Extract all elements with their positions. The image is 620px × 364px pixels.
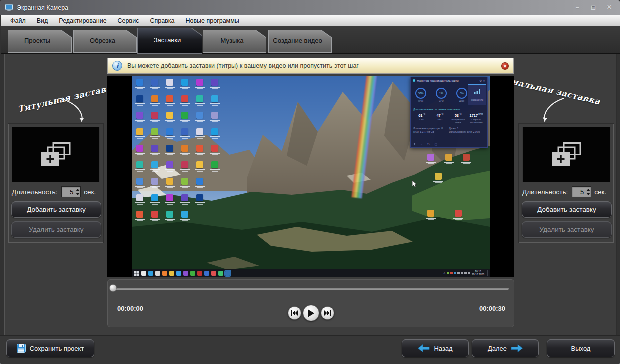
desktop-shortcut-icon[interactable] [208, 128, 221, 139]
intro-duration-spinner[interactable]: 5 [61, 186, 81, 197]
outro-splash-thumbnail[interactable] [522, 127, 610, 182]
menu-item-6[interactable]: Новые программы [180, 15, 244, 26]
taskbar-app-icon[interactable] [211, 271, 216, 276]
spinner-up-icon[interactable] [586, 189, 590, 191]
desktop-shortcut-icon[interactable] [133, 145, 146, 155]
menu-item-1[interactable]: Файл [5, 15, 31, 26]
info-close-button[interactable]: ✕ [501, 62, 509, 70]
taskbar-app-icon[interactable] [141, 271, 146, 276]
maximize-button[interactable]: ◻ [589, 4, 598, 11]
skip-start-button[interactable] [288, 306, 301, 320]
desktop-shortcut-icon[interactable] [163, 194, 176, 205]
desktop-shortcut-icon[interactable] [148, 128, 161, 139]
play-button[interactable] [303, 305, 319, 321]
tab-музыка[interactable]: Музыка [203, 30, 266, 53]
next-button[interactable]: Далее [472, 339, 539, 357]
desktop-shortcut-icon[interactable] [193, 79, 206, 89]
desktop-shortcut-icon[interactable] [460, 154, 473, 164]
outro-duration-spinner[interactable]: 5 [572, 186, 591, 197]
desktop-shortcut-icon[interactable] [432, 173, 445, 183]
menu-item-4[interactable]: Сервис [112, 15, 145, 26]
desktop-shortcut-icon[interactable] [133, 112, 146, 122]
desktop-shortcut-icon[interactable] [178, 112, 191, 122]
desktop-shortcut-icon[interactable] [133, 79, 146, 89]
desktop-shortcut-icon[interactable] [163, 95, 176, 106]
menu-item-2[interactable]: Вид [31, 15, 54, 26]
desktop-shortcut-icon[interactable] [208, 161, 221, 172]
desktop-shortcut-icon[interactable] [452, 210, 465, 220]
desktop-shortcut-icon[interactable] [208, 79, 221, 89]
desktop-shortcut-icon[interactable] [208, 95, 221, 106]
desktop-shortcut-icon[interactable] [133, 194, 146, 205]
intro-add-splash-button[interactable]: Добавить заставку [11, 201, 101, 218]
desktop-shortcut-icon[interactable] [148, 145, 161, 155]
desktop-shortcut-icon[interactable] [148, 79, 161, 89]
back-button[interactable]: Назад [402, 339, 469, 357]
taskbar-app-icon[interactable] [148, 271, 153, 276]
spinner-down-icon[interactable] [76, 193, 80, 195]
desktop-shortcut-icon[interactable] [163, 112, 176, 122]
desktop-shortcut-icon[interactable] [178, 79, 191, 89]
desktop-shortcut-icon[interactable] [163, 161, 176, 172]
desktop-shortcut-icon[interactable] [163, 211, 176, 221]
tab-создание-видео[interactable]: Создание видео [268, 30, 332, 53]
tab-проекты[interactable]: Проекты [8, 30, 72, 53]
outro-add-splash-button[interactable]: Добавить заставку [522, 201, 612, 218]
desktop-shortcut-icon[interactable] [442, 154, 455, 164]
menu-item-3[interactable]: Редактирование [53, 15, 112, 26]
desktop-shortcut-icon[interactable] [193, 128, 206, 139]
seek-thumb[interactable] [109, 284, 117, 292]
tab-обрезка[interactable]: Обрезка [73, 30, 137, 53]
desktop-shortcut-icon[interactable] [148, 161, 161, 172]
taskbar-app-icon[interactable] [155, 271, 160, 276]
exit-button[interactable]: Выход [547, 339, 615, 357]
desktop-shortcut-icon[interactable] [133, 178, 146, 188]
menu-item-5[interactable]: Справка [144, 15, 180, 26]
taskbar-app-icon[interactable] [225, 271, 230, 276]
save-project-button[interactable]: Сохранить проект [6, 339, 94, 357]
taskbar-app-icon[interactable] [176, 271, 181, 276]
desktop-shortcut-icon[interactable] [193, 145, 206, 155]
desktop-shortcut-icon[interactable] [133, 211, 146, 221]
desktop-shortcut-icon[interactable] [178, 178, 191, 188]
desktop-shortcut-icon[interactable] [193, 178, 206, 188]
taskbar-app-icon[interactable] [183, 271, 188, 276]
minimize-button[interactable]: – [573, 4, 582, 11]
desktop-shortcut-icon[interactable] [193, 194, 206, 205]
desktop-shortcut-icon[interactable] [148, 211, 161, 221]
spinner-up-icon[interactable] [76, 189, 80, 191]
taskbar-app-icon[interactable] [204, 271, 209, 276]
desktop-shortcut-icon[interactable] [163, 145, 176, 155]
spinner-down-icon[interactable] [586, 193, 590, 195]
desktop-shortcut-icon[interactable] [133, 128, 146, 139]
taskbar-app-icon[interactable] [162, 271, 167, 276]
desktop-shortcut-icon[interactable] [424, 210, 437, 220]
desktop-shortcut-icon[interactable] [178, 145, 191, 155]
taskbar-app-icon[interactable] [218, 271, 223, 276]
desktop-shortcut-icon[interactable] [163, 79, 176, 89]
desktop-shortcut-icon[interactable] [148, 112, 161, 122]
desktop-shortcut-icon[interactable] [178, 95, 191, 106]
intro-splash-thumbnail[interactable] [12, 127, 100, 182]
desktop-shortcut-icon[interactable] [133, 161, 146, 172]
desktop-shortcut-icon[interactable] [178, 211, 191, 221]
desktop-shortcut-icon[interactable] [163, 128, 176, 139]
desktop-shortcut-icon[interactable] [178, 194, 191, 205]
desktop-shortcut-icon[interactable] [148, 194, 161, 205]
desktop-shortcut-icon[interactable] [208, 145, 221, 155]
desktop-shortcut-icon[interactable] [208, 112, 221, 122]
desktop-shortcut-icon[interactable] [193, 161, 206, 172]
desktop-shortcut-icon[interactable] [133, 95, 146, 106]
taskbar-app-icon[interactable] [190, 271, 195, 276]
desktop-shortcut-icon[interactable] [178, 128, 191, 139]
outro-remove-splash-button[interactable]: Удалить заставку [522, 221, 612, 238]
intro-remove-splash-button[interactable]: Удалить заставку [11, 221, 101, 238]
desktop-shortcut-icon[interactable] [424, 154, 437, 164]
taskbar-app-icon[interactable] [197, 271, 202, 276]
desktop-shortcut-icon[interactable] [148, 178, 161, 188]
desktop-shortcut-icon[interactable] [178, 161, 191, 172]
tab-заставки[interactable]: Заставки [137, 28, 202, 54]
desktop-shortcut-icon[interactable] [148, 95, 161, 106]
desktop-shortcut-icon[interactable] [193, 95, 206, 106]
skip-end-button[interactable] [321, 306, 334, 320]
